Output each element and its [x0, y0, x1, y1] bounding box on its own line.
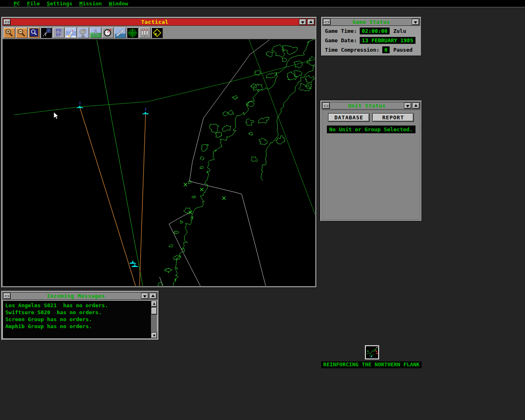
- island-outline: [294, 61, 303, 68]
- tactical-title: Tactical: [11, 19, 299, 25]
- chevron-down-icon: [406, 105, 409, 109]
- island-outline: [169, 244, 173, 247]
- paused-indicator: Paused: [393, 47, 413, 53]
- maximize-button[interactable]: [412, 103, 420, 109]
- minimized-scenario-label: REINFORCING THE NORTHERN FLANK: [321, 361, 422, 368]
- report-button[interactable]: REPORT: [372, 113, 414, 122]
- island-outline: [164, 268, 172, 273]
- island-outline: [202, 144, 209, 151]
- launch-missile-button[interactable]: [65, 27, 77, 38]
- radar-button[interactable]: [78, 27, 89, 38]
- messages-scrollbar[interactable]: [151, 301, 157, 338]
- system-menu-dash-icon: [5, 21, 9, 23]
- chevron-up-icon: [151, 293, 155, 297]
- submarine-contact-icon[interactable]: [142, 108, 149, 114]
- grid-line: [14, 59, 315, 115]
- menu-item-file[interactable]: File: [27, 0, 40, 7]
- island-outline: [215, 132, 222, 138]
- unit-status-titlebar[interactable]: Unit Status: [322, 102, 420, 110]
- game-status-window: Game Status Game Time: 02:00:00 Zulu Gam…: [321, 16, 422, 56]
- tactical-window: Tactical T 0 PREF: [1, 16, 317, 288]
- game-time-zone: Zulu: [393, 28, 406, 34]
- incoming-messages-titlebar[interactable]: Incoming Messages: [2, 292, 158, 300]
- island-outline: [173, 231, 179, 234]
- tactical-toolbar: T 0 PREF: [2, 26, 315, 39]
- island-outline: [249, 132, 253, 135]
- island-outline: [258, 117, 269, 123]
- island-outline: [299, 83, 310, 91]
- island-outline: [223, 111, 229, 116]
- tactical-titlebar[interactable]: Tactical: [2, 18, 315, 26]
- system-menu-button[interactable]: [3, 293, 11, 299]
- game-status-titlebar[interactable]: Game Status: [322, 18, 420, 26]
- ship-group-icon[interactable]: [129, 260, 137, 264]
- incoming-messages-window: Incoming Messages Los Angeles S021 has n…: [1, 290, 159, 340]
- x-contact-marker[interactable]: [200, 188, 203, 191]
- island-outline: [282, 58, 287, 62]
- scrollbar-down-button[interactable]: [151, 332, 157, 338]
- zoom-in-button[interactable]: [4, 27, 15, 38]
- minimize-button[interactable]: [299, 19, 306, 25]
- minimized-scenario-icon[interactable]: [365, 345, 379, 359]
- message-line: Amphib Group has no orders.: [3, 323, 157, 330]
- ship-group-icon[interactable]: [131, 263, 139, 267]
- message-list: Los Angeles S021 has no orders. Swiftsur…: [2, 300, 158, 339]
- system-menu-button[interactable]: [3, 19, 11, 25]
- weapons-button[interactable]: [139, 27, 151, 38]
- mini-map-icon: [366, 346, 378, 358]
- menu-item-settings[interactable]: Settings: [47, 0, 73, 7]
- island-outline: [188, 181, 192, 184]
- island-outline: [251, 157, 258, 162]
- maximize-button[interactable]: [149, 293, 157, 299]
- scrollbar-up-button[interactable]: [151, 301, 157, 307]
- island-outline: [180, 221, 183, 224]
- time-compression-gauge-button[interactable]: [102, 27, 114, 38]
- coastline: [261, 59, 315, 180]
- arrow-up-icon: [153, 301, 155, 305]
- scrollbar-thumb[interactable]: [151, 307, 157, 315]
- menu-item-mission[interactable]: Mission: [80, 0, 102, 7]
- minimize-button[interactable]: [412, 19, 419, 25]
- island-outline: [250, 84, 257, 88]
- plotting-tool-button[interactable]: [90, 27, 101, 38]
- menu-item-pc[interactable]: PC: [14, 0, 20, 7]
- preferences-button[interactable]: PREF: [53, 27, 64, 38]
- tactical-map[interactable]: [2, 39, 315, 286]
- formation-editor-button[interactable]: [151, 27, 163, 38]
- system-menu-button[interactable]: [323, 19, 331, 25]
- game-status-title: Game Status: [331, 19, 412, 25]
- message-line: Swiftsure S020 has no orders.: [3, 309, 157, 316]
- unit-status-message: No Unit or Group Selected.: [327, 126, 415, 133]
- island-outline: [259, 138, 267, 145]
- coastline: [173, 39, 315, 286]
- air-operations-button[interactable]: [114, 27, 126, 38]
- maximize-button[interactable]: [307, 19, 315, 25]
- time-compression-value: 0: [382, 46, 390, 53]
- island-outline: [294, 70, 302, 77]
- island-outline: [287, 72, 297, 80]
- island-outline: [283, 46, 297, 55]
- message-line: Screen Group has no orders.: [3, 316, 157, 323]
- zoom-window-button[interactable]: [28, 27, 40, 38]
- game-time-value: 02:00:00: [360, 27, 390, 34]
- track-history-button[interactable]: T 0: [41, 27, 52, 38]
- x-contact-marker[interactable]: [184, 183, 187, 186]
- minimize-button[interactable]: [404, 103, 411, 109]
- island-outline: [192, 196, 196, 199]
- chevron-up-icon: [309, 19, 313, 23]
- scrollbar-track[interactable]: [151, 315, 157, 332]
- system-menu-button[interactable]: [322, 103, 330, 109]
- x-contact-marker[interactable]: [222, 196, 226, 200]
- zoom-out-button[interactable]: [16, 27, 27, 38]
- database-button[interactable]: DATABASE: [328, 113, 370, 122]
- island-outline: [200, 166, 204, 169]
- game-time-label: Game Time:: [325, 28, 357, 34]
- tactical-map-svg[interactable]: [3, 39, 315, 286]
- unit-status-window: Unit Status DATABASE REPORT No Unit or G…: [320, 100, 422, 221]
- system-menu-dash-icon: [5, 295, 9, 297]
- menu-item-window[interactable]: Window: [109, 0, 128, 7]
- minimize-button[interactable]: [141, 293, 148, 299]
- island-outline: [232, 96, 238, 100]
- sensor-scope-button[interactable]: [127, 27, 138, 38]
- submarine-track: [80, 108, 136, 286]
